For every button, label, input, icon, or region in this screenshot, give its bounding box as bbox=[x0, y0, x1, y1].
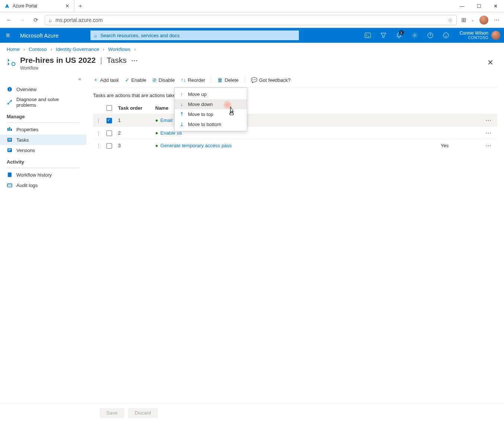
trash-icon: 🗑 bbox=[217, 77, 223, 83]
close-window-button[interactable]: ✕ bbox=[487, 0, 504, 12]
nav-label: Workflow history bbox=[16, 172, 52, 178]
tasks-table: Task order Name ⋮ 1 ●Email to h ⋯ bbox=[93, 102, 497, 152]
search-icon: ⌕ bbox=[94, 33, 97, 38]
azure-top-bar: ≡ Microsoft Azure ⌕ Search resources, se… bbox=[0, 28, 504, 43]
crumb-workflows[interactable]: Workflows bbox=[108, 46, 131, 52]
back-button[interactable]: ← bbox=[4, 16, 13, 25]
row-checkbox[interactable] bbox=[106, 118, 112, 123]
crumb-home[interactable]: Home bbox=[7, 46, 20, 52]
menu-move-up[interactable]: ↑ Move up bbox=[175, 89, 247, 99]
search-placeholder: Search resources, services and docs bbox=[100, 33, 179, 38]
footer-bar: Save Discard bbox=[0, 403, 504, 422]
browser-tab[interactable]: Azure Portal ✕ bbox=[0, 0, 74, 12]
directory-filter-icon[interactable] bbox=[376, 28, 391, 43]
hamburger-icon[interactable]: ≡ bbox=[6, 32, 15, 39]
drag-handle-icon[interactable]: ⋮ bbox=[96, 130, 101, 136]
audit-icon bbox=[7, 182, 13, 188]
row-checkbox[interactable] bbox=[106, 143, 112, 149]
check-icon: ✓ bbox=[125, 77, 130, 83]
table-row[interactable]: ⋮ 1 ●Email to h ⋯ bbox=[93, 114, 497, 127]
help-icon[interactable] bbox=[422, 28, 438, 43]
nav-workflow-history[interactable]: Workflow history bbox=[0, 170, 86, 180]
menu-move-to-bottom[interactable]: ⤓ Move to bottom bbox=[175, 119, 247, 129]
settings-icon[interactable] bbox=[407, 28, 422, 43]
tab-close-icon[interactable]: ✕ bbox=[65, 3, 70, 9]
search-icon: ⌕ bbox=[49, 17, 52, 23]
svg-marker-0 bbox=[5, 4, 9, 8]
nav-group-activity: Activity bbox=[0, 155, 86, 166]
row-more-icon[interactable]: ⋯ bbox=[482, 139, 497, 152]
reorder-button[interactable]: ↑↓Reorder bbox=[181, 77, 205, 83]
row-more-icon[interactable]: ⋯ bbox=[482, 114, 497, 127]
browser-toolbar: ← → ⟳ ⌕ ms.portal.azure.com ☆ ⊞ ⌄ ⋯ bbox=[0, 12, 504, 28]
delete-button[interactable]: 🗑Delete bbox=[217, 77, 239, 83]
page-header: Pre-hires in US 2022 | Tasks ⋯ Workflow … bbox=[0, 54, 504, 74]
enable-button[interactable]: ✓Enable bbox=[125, 77, 146, 83]
nav-overview[interactable]: i Overview bbox=[0, 84, 86, 94]
drag-handle-icon[interactable]: ⋮ bbox=[96, 143, 101, 148]
user-name: Connie Wilson bbox=[460, 30, 488, 36]
page-more-icon[interactable]: ⋯ bbox=[131, 56, 138, 64]
crumb-contoso[interactable]: Contoso bbox=[29, 46, 47, 52]
task-name-link[interactable]: Generate temporary access pass bbox=[160, 143, 232, 148]
row-checkbox[interactable] bbox=[106, 131, 112, 136]
nav-properties[interactable]: Properties bbox=[0, 124, 86, 135]
col-task-order[interactable]: Task order bbox=[115, 102, 152, 114]
svg-text:i: i bbox=[9, 87, 10, 91]
maximize-button[interactable]: ☐ bbox=[470, 0, 487, 12]
nav-tasks[interactable]: Tasks bbox=[0, 135, 86, 145]
notifications-icon[interactable]: 1 bbox=[391, 28, 407, 43]
arrow-down-icon: ↓ bbox=[179, 102, 184, 107]
feedback-button[interactable]: 💬Got feedback? bbox=[251, 77, 291, 83]
row-more-icon[interactable]: ⋯ bbox=[482, 127, 497, 139]
menu-move-to-top[interactable]: ⤒ Move to top bbox=[175, 109, 247, 119]
svg-rect-11 bbox=[9, 127, 10, 131]
brand-label[interactable]: Microsoft Azure bbox=[20, 32, 58, 39]
svg-rect-17 bbox=[8, 149, 11, 150]
arrow-up-icon: ↑ bbox=[179, 91, 184, 97]
cloud-shell-icon[interactable] bbox=[360, 28, 376, 43]
side-nav: « i Overview Diagnose and solve problems… bbox=[0, 74, 86, 418]
refresh-button[interactable]: ⟳ bbox=[31, 16, 40, 25]
new-tab-button[interactable]: ＋ bbox=[74, 0, 86, 12]
collections-icon[interactable]: ⊞ bbox=[461, 16, 466, 23]
account-chip[interactable]: Connie Wilson CONTOSO bbox=[454, 30, 504, 40]
table-row[interactable]: ⋮ 3 ●Generate temporary access pass Yes … bbox=[93, 139, 497, 152]
nav-audit-logs[interactable]: Audit logs bbox=[0, 180, 86, 190]
page-section: Tasks bbox=[107, 56, 127, 65]
disable-button[interactable]: ⊘Disable bbox=[152, 77, 175, 83]
nav-versions[interactable]: Versions bbox=[0, 145, 86, 155]
col-enabled bbox=[438, 102, 482, 114]
browser-menu-icon[interactable]: ⋯ bbox=[494, 16, 500, 23]
add-task-button[interactable]: ＋Add task bbox=[93, 77, 119, 83]
svg-rect-10 bbox=[7, 128, 9, 131]
command-bar: ＋Add task ✓Enable ⊘Disable ↑↓Reorder 🗑De… bbox=[93, 74, 497, 87]
table-row[interactable]: ⋮ 2 ●Enable us ⋯ bbox=[93, 127, 497, 139]
cell-order: 2 bbox=[115, 127, 152, 139]
global-search[interactable]: ⌕ Search resources, services and docs bbox=[90, 30, 299, 40]
crumb-identity-governance[interactable]: Identity Governance bbox=[56, 46, 99, 52]
arrow-to-bottom-icon: ⤓ bbox=[179, 122, 184, 127]
tab-title: Azure Portal bbox=[13, 3, 37, 9]
drag-handle-icon[interactable]: ⋮ bbox=[96, 117, 101, 123]
forward-button[interactable]: → bbox=[18, 16, 27, 25]
close-blade-button[interactable]: ✕ bbox=[484, 56, 497, 69]
status-ok-icon: ● bbox=[155, 143, 158, 148]
select-all-checkbox[interactable] bbox=[106, 105, 112, 111]
menu-move-down[interactable]: ↓ Move down bbox=[175, 99, 247, 109]
svg-rect-1 bbox=[365, 33, 370, 38]
minimize-button[interactable]: — bbox=[454, 0, 470, 12]
nav-diagnose[interactable]: Diagnose and solve problems bbox=[0, 94, 86, 110]
feedback-smile-icon[interactable] bbox=[438, 28, 454, 43]
nav-label: Properties bbox=[16, 127, 38, 132]
collapse-nav-icon[interactable]: « bbox=[0, 77, 86, 84]
chevron-down-icon[interactable]: ⌄ bbox=[471, 18, 474, 22]
profile-avatar[interactable] bbox=[479, 16, 488, 25]
favorite-icon[interactable]: ☆ bbox=[448, 17, 453, 23]
svg-rect-21 bbox=[7, 185, 12, 185]
discard-button[interactable]: Discard bbox=[128, 408, 158, 418]
tasks-icon bbox=[7, 137, 13, 143]
address-bar[interactable]: ⌕ ms.portal.azure.com ☆ bbox=[45, 15, 457, 25]
window-titlebar: Azure Portal ✕ ＋ — ☐ ✕ bbox=[0, 0, 504, 12]
save-button[interactable]: Save bbox=[100, 408, 124, 418]
